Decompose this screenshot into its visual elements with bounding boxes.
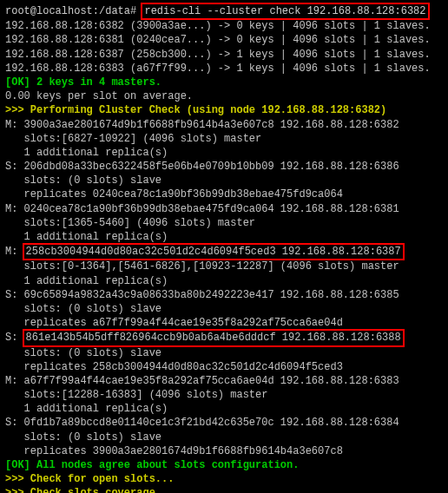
node-line: S: 206dbd08a33bec6322458f5e06b4e0709b10b… (5, 160, 443, 174)
node-line: replicates 258cb3004944d0d80ac32c501d2c4… (5, 360, 443, 374)
check-slots-coverage: >>> Check slots coverage... (5, 486, 443, 493)
node-line-m3: M: 258cb3004944d0d80ac32c501d2c4d6094f5c… (5, 244, 443, 260)
avg-line: 0.00 keys per slot on average. (5, 89, 443, 103)
node-line: slots: (0 slots) slave (5, 346, 443, 360)
node-line: M: 3900a3ae2801674d9b1f6688fb9614b4a3e60… (5, 118, 443, 132)
node-line: 1 additional replica(s) (5, 274, 443, 288)
ok-slots-config: [OK] All nodes agree about slots configu… (5, 458, 443, 472)
node-line: 1 additional replica(s) (5, 230, 443, 244)
node-line: replicates 3900a3ae2801674d9b1f6688fb961… (5, 444, 443, 458)
check-open-slots: >>> Check for open slots... (5, 472, 443, 486)
node-line: M: 0240cea78c1a90bf36b99db38ebae475fd9ca… (5, 202, 443, 216)
node-prefix: S: (5, 332, 24, 344)
node-line: slots:[6827-10922] (4096 slots) master (5, 132, 443, 146)
node-line: slots:[12288-16383] (4096 slots) master (5, 388, 443, 402)
node-line: S: 0fd1b7a89bccd8e01140ce1c3f21bd42c635e… (5, 416, 443, 430)
perform-line: >>> Performing Cluster Check (using node… (5, 103, 443, 117)
command-text: redis-cli --cluster check 192.168.88.128… (144, 5, 425, 17)
node-line: slots: (0 slots) slave (5, 174, 443, 187)
node-prefix: M: (5, 246, 24, 258)
summary-line: 192.168.88.128:6387 (258cb300...) -> 1 k… (5, 48, 443, 62)
summary-line: 192.168.88.128:6383 (a67f7f99...) -> 1 k… (5, 62, 443, 76)
node-line: 1 additional replica(s) (5, 402, 443, 416)
command-line: root@localhost:/data# redis-cli --cluste… (5, 3, 443, 19)
highlight-command: redis-cli --cluster check 192.168.88.128… (141, 3, 429, 20)
node-line: replicates 0240cea78c1a90bf36b99db38ebae… (5, 187, 443, 201)
node-line: slots: (0 slots) slave (5, 302, 443, 316)
highlight-master-6387: 258cb3004944d0d80ac32c501d2c4d6094f5ced3… (23, 243, 405, 260)
node-line: slots:[0-1364],[5461-6826],[10923-12287]… (5, 260, 443, 273)
node-id-addr: 861e143b54b5dff826964ccb9b0ab6a4be6dddcf… (26, 332, 401, 344)
summary-line: 192.168.88.128:6381 (0240cea7...) -> 0 k… (5, 33, 443, 47)
node-id-addr: 258cb3004944d0d80ac32c501d2c4d6094f5ced3… (26, 246, 401, 258)
node-line: slots: (0 slots) slave (5, 431, 443, 444)
node-line: replicates a67f7f99a4f44cae19e35f8a292af… (5, 316, 443, 330)
node-line: slots:[1365-5460] (4096 slots) master (5, 216, 443, 230)
ok-keys-line: [OK] 2 keys in 4 masters. (5, 76, 443, 89)
summary-line: 192.168.88.128:6382 (3900a3ae...) -> 0 k… (5, 19, 443, 33)
node-line: M: a67f7f99a4f44cae19e35f8a292af75cca6ae… (5, 374, 443, 388)
highlight-slave-6388: 861e143b54b5dff826964ccb9b0ab6a4be6dddcf… (23, 329, 405, 346)
node-line: 1 additional replica(s) (5, 146, 443, 160)
node-line: S: 69c65894a9832a43c9a08633ba80b2492223e… (5, 288, 443, 302)
node-line-s3: S: 861e143b54b5dff826964ccb9b0ab6a4be6dd… (5, 330, 443, 345)
shell-prompt: root@localhost:/data# (5, 5, 142, 17)
